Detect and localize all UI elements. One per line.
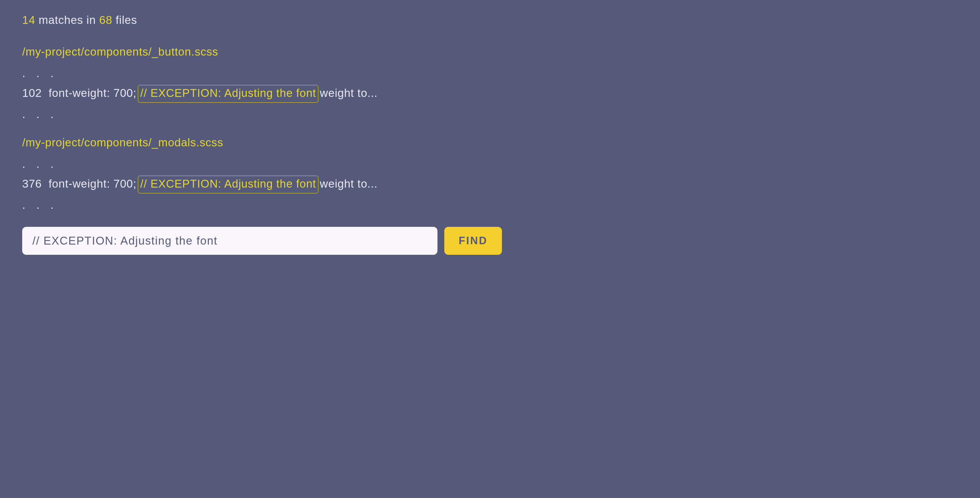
ellipsis: . . .	[22, 108, 502, 121]
match-highlight: // EXCEPTION: Adjusting the font	[138, 85, 318, 103]
ellipsis: . . .	[22, 67, 502, 80]
line-number: 376	[22, 178, 41, 190]
results-summary: 14 matches in 68 files	[22, 14, 502, 27]
match-line[interactable]: 376 font-weight: 700;// EXCEPTION: Adjus…	[22, 176, 502, 193]
match-count: 14	[22, 14, 35, 26]
result-block: /my-project/components/_modals.scss . . …	[22, 136, 502, 211]
match-line[interactable]: 102 font-weight: 700;// EXCEPTION: Adjus…	[22, 85, 502, 103]
search-bar: FIND	[22, 227, 502, 255]
search-input[interactable]	[22, 227, 438, 255]
match-highlight: // EXCEPTION: Adjusting the font	[138, 176, 318, 193]
code-after-match: weight to...	[320, 178, 377, 190]
file-count: 68	[99, 14, 112, 26]
find-button[interactable]: FIND	[444, 227, 502, 255]
ellipsis: . . .	[22, 158, 502, 171]
matches-label: matches in	[35, 14, 99, 26]
code-after-match: weight to...	[320, 87, 377, 99]
files-label: files	[112, 14, 137, 26]
file-path[interactable]: /my-project/components/_modals.scss	[22, 136, 502, 149]
result-block: /my-project/components/_button.scss . . …	[22, 45, 502, 121]
code-before-match: font-weight: 700;	[48, 87, 137, 99]
file-path[interactable]: /my-project/components/_button.scss	[22, 45, 502, 58]
ellipsis: . . .	[22, 198, 502, 211]
code-before-match: font-weight: 700;	[48, 178, 137, 190]
line-number: 102	[22, 87, 41, 99]
